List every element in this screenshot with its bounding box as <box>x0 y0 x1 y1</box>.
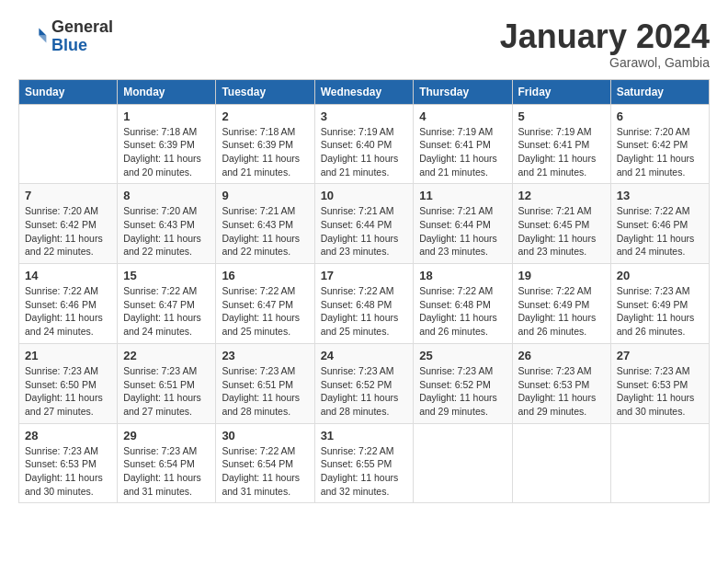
day-info: Sunrise: 7:22 AM Sunset: 6:49 PM Dayligh… <box>518 284 605 339</box>
calendar-cell: 4Sunrise: 7:19 AM Sunset: 6:41 PM Daylig… <box>414 104 512 184</box>
logo-text: General Blue <box>51 18 113 55</box>
calendar-cell: 2Sunrise: 7:18 AM Sunset: 6:39 PM Daylig… <box>216 104 314 184</box>
day-number: 27 <box>617 349 703 362</box>
logo: General Blue <box>18 18 113 55</box>
calendar-cell: 1Sunrise: 7:18 AM Sunset: 6:39 PM Daylig… <box>118 104 216 184</box>
day-number: 31 <box>321 429 408 442</box>
calendar-cell: 10Sunrise: 7:21 AM Sunset: 6:44 PM Dayli… <box>314 184 414 264</box>
calendar-cell: 17Sunrise: 7:22 AM Sunset: 6:48 PM Dayli… <box>314 264 414 344</box>
calendar-week-2: 7Sunrise: 7:20 AM Sunset: 6:42 PM Daylig… <box>19 184 710 264</box>
day-info: Sunrise: 7:23 AM Sunset: 6:50 PM Dayligh… <box>25 364 111 419</box>
day-info: Sunrise: 7:22 AM Sunset: 6:48 PM Dayligh… <box>419 284 506 339</box>
day-info: Sunrise: 7:23 AM Sunset: 6:51 PM Dayligh… <box>123 364 210 419</box>
calendar-cell: 3Sunrise: 7:19 AM Sunset: 6:40 PM Daylig… <box>314 104 414 184</box>
day-info: Sunrise: 7:20 AM Sunset: 6:43 PM Dayligh… <box>123 204 210 259</box>
day-info: Sunrise: 7:21 AM Sunset: 6:45 PM Dayligh… <box>518 204 605 259</box>
page-header: General Blue January 2024 Garawol, Gambi… <box>18 18 710 70</box>
calendar-cell: 23Sunrise: 7:23 AM Sunset: 6:51 PM Dayli… <box>216 343 314 423</box>
day-info: Sunrise: 7:23 AM Sunset: 6:53 PM Dayligh… <box>25 444 111 499</box>
day-info: Sunrise: 7:23 AM Sunset: 6:52 PM Dayligh… <box>419 364 506 419</box>
day-info: Sunrise: 7:22 AM Sunset: 6:47 PM Dayligh… <box>222 284 308 339</box>
day-number: 19 <box>518 269 605 282</box>
day-number: 30 <box>222 429 308 442</box>
calendar-cell <box>512 423 610 503</box>
day-number: 5 <box>518 109 605 123</box>
day-number: 1 <box>123 109 210 123</box>
day-info: Sunrise: 7:23 AM Sunset: 6:52 PM Dayligh… <box>321 364 408 419</box>
calendar-title: January 2024 <box>500 18 710 55</box>
day-number: 22 <box>123 349 210 362</box>
day-info: Sunrise: 7:22 AM Sunset: 6:46 PM Dayligh… <box>25 284 111 339</box>
day-info: Sunrise: 7:23 AM Sunset: 6:53 PM Dayligh… <box>518 364 605 419</box>
day-number: 16 <box>222 269 308 282</box>
day-number: 25 <box>419 349 506 362</box>
calendar-cell: 7Sunrise: 7:20 AM Sunset: 6:42 PM Daylig… <box>19 184 118 264</box>
calendar-cell: 19Sunrise: 7:22 AM Sunset: 6:49 PM Dayli… <box>512 264 610 344</box>
day-number: 3 <box>321 109 408 123</box>
day-info: Sunrise: 7:21 AM Sunset: 6:43 PM Dayligh… <box>222 204 308 259</box>
calendar-cell: 9Sunrise: 7:21 AM Sunset: 6:43 PM Daylig… <box>216 184 314 264</box>
day-info: Sunrise: 7:23 AM Sunset: 6:54 PM Dayligh… <box>123 444 210 499</box>
day-info: Sunrise: 7:19 AM Sunset: 6:40 PM Dayligh… <box>321 125 408 179</box>
day-number: 18 <box>419 269 506 282</box>
day-number: 7 <box>25 189 111 202</box>
title-block: January 2024 Garawol, Gambia <box>500 18 710 70</box>
day-info: Sunrise: 7:22 AM Sunset: 6:46 PM Dayligh… <box>617 204 703 259</box>
day-info: Sunrise: 7:22 AM Sunset: 6:55 PM Dayligh… <box>321 444 408 499</box>
day-number: 2 <box>222 109 308 123</box>
calendar-cell: 31Sunrise: 7:22 AM Sunset: 6:55 PM Dayli… <box>314 423 414 503</box>
col-header-thursday: Thursday <box>414 79 512 104</box>
calendar-subtitle: Garawol, Gambia <box>500 55 710 70</box>
col-header-sunday: Sunday <box>19 79 118 104</box>
calendar-cell: 13Sunrise: 7:22 AM Sunset: 6:46 PM Dayli… <box>610 184 709 264</box>
calendar-cell: 8Sunrise: 7:20 AM Sunset: 6:43 PM Daylig… <box>118 184 216 264</box>
calendar-cell <box>414 423 512 503</box>
calendar-cell <box>610 423 709 503</box>
calendar-week-5: 28Sunrise: 7:23 AM Sunset: 6:53 PM Dayli… <box>19 423 710 503</box>
calendar-week-4: 21Sunrise: 7:23 AM Sunset: 6:50 PM Dayli… <box>19 343 710 423</box>
day-number: 4 <box>419 109 506 123</box>
calendar-cell: 18Sunrise: 7:22 AM Sunset: 6:48 PM Dayli… <box>414 264 512 344</box>
day-number: 23 <box>222 349 308 362</box>
day-info: Sunrise: 7:21 AM Sunset: 6:44 PM Dayligh… <box>419 204 506 259</box>
col-header-monday: Monday <box>118 79 216 104</box>
calendar-cell: 12Sunrise: 7:21 AM Sunset: 6:45 PM Dayli… <box>512 184 610 264</box>
day-number: 12 <box>518 189 605 202</box>
calendar-cell: 22Sunrise: 7:23 AM Sunset: 6:51 PM Dayli… <box>118 343 216 423</box>
day-number: 8 <box>123 189 210 202</box>
calendar-cell: 11Sunrise: 7:21 AM Sunset: 6:44 PM Dayli… <box>414 184 512 264</box>
day-number: 26 <box>518 349 605 362</box>
day-number: 21 <box>25 349 111 362</box>
calendar-cell: 27Sunrise: 7:23 AM Sunset: 6:53 PM Dayli… <box>610 343 709 423</box>
day-info: Sunrise: 7:23 AM Sunset: 6:53 PM Dayligh… <box>617 364 703 419</box>
day-info: Sunrise: 7:23 AM Sunset: 6:49 PM Dayligh… <box>617 284 703 339</box>
day-number: 15 <box>123 269 210 282</box>
calendar-cell: 6Sunrise: 7:20 AM Sunset: 6:42 PM Daylig… <box>610 104 709 184</box>
day-info: Sunrise: 7:19 AM Sunset: 6:41 PM Dayligh… <box>419 125 506 179</box>
calendar-cell: 5Sunrise: 7:19 AM Sunset: 6:41 PM Daylig… <box>512 104 610 184</box>
day-info: Sunrise: 7:22 AM Sunset: 6:54 PM Dayligh… <box>222 444 308 499</box>
col-header-saturday: Saturday <box>610 79 709 104</box>
svg-marker-0 <box>39 28 46 35</box>
calendar-body: 1Sunrise: 7:18 AM Sunset: 6:39 PM Daylig… <box>19 104 710 503</box>
calendar-cell: 28Sunrise: 7:23 AM Sunset: 6:53 PM Dayli… <box>19 423 118 503</box>
calendar-cell: 21Sunrise: 7:23 AM Sunset: 6:50 PM Dayli… <box>19 343 118 423</box>
calendar-week-1: 1Sunrise: 7:18 AM Sunset: 6:39 PM Daylig… <box>19 104 710 184</box>
day-info: Sunrise: 7:18 AM Sunset: 6:39 PM Dayligh… <box>222 125 308 179</box>
day-number: 29 <box>123 429 210 442</box>
day-info: Sunrise: 7:23 AM Sunset: 6:51 PM Dayligh… <box>222 364 308 419</box>
calendar-cell: 25Sunrise: 7:23 AM Sunset: 6:52 PM Dayli… <box>414 343 512 423</box>
calendar-table: SundayMondayTuesdayWednesdayThursdayFrid… <box>18 79 710 504</box>
day-number: 20 <box>617 269 703 282</box>
day-info: Sunrise: 7:18 AM Sunset: 6:39 PM Dayligh… <box>123 125 210 179</box>
day-number: 13 <box>617 189 703 202</box>
day-info: Sunrise: 7:22 AM Sunset: 6:48 PM Dayligh… <box>321 284 408 339</box>
svg-marker-1 <box>39 35 46 42</box>
logo-icon <box>18 22 48 52</box>
calendar-cell <box>19 104 118 184</box>
day-info: Sunrise: 7:20 AM Sunset: 6:42 PM Dayligh… <box>25 204 111 259</box>
day-number: 11 <box>419 189 506 202</box>
calendar-cell: 16Sunrise: 7:22 AM Sunset: 6:47 PM Dayli… <box>216 264 314 344</box>
calendar-cell: 30Sunrise: 7:22 AM Sunset: 6:54 PM Dayli… <box>216 423 314 503</box>
day-number: 9 <box>222 189 308 202</box>
